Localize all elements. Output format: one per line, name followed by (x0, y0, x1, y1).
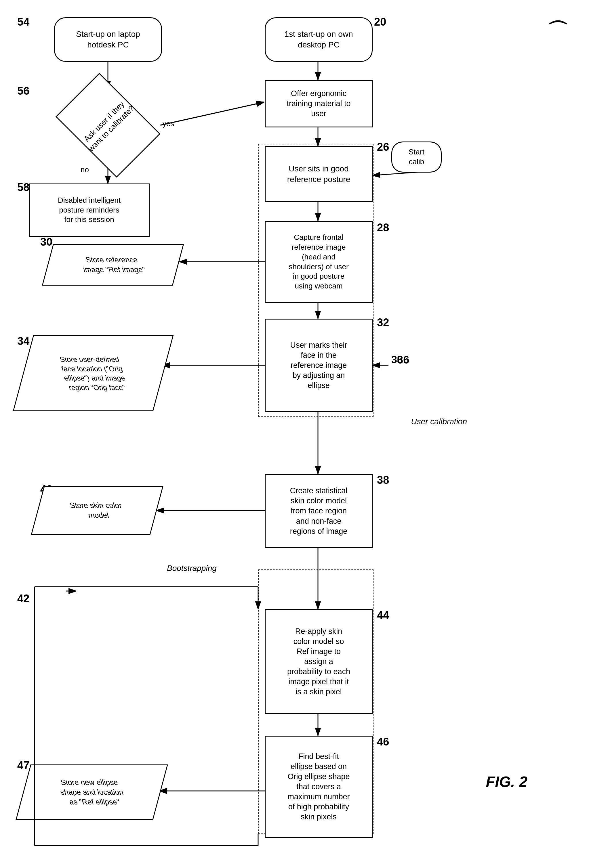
node-54: Start-up on laptop hotdesk PC (54, 17, 162, 62)
node-46: Find best-fit ellipse based on Orig elli… (265, 736, 372, 838)
node-32: User marks their face in the reference i… (265, 319, 372, 412)
label-44: 44 (377, 609, 389, 622)
label-28: 28 (377, 222, 389, 234)
label-42: 42 (17, 592, 29, 605)
label-58: 58 (17, 181, 29, 194)
fig-label: FIG. 2 (486, 773, 527, 790)
label-36-num: 36 (391, 354, 403, 366)
node-47-container: Store new ellipse shape and location as … (23, 764, 161, 820)
user-calibration-label: User calibration (411, 417, 467, 426)
label-20: 20 (374, 16, 386, 28)
node-44: Re-apply skin color model so Ref image t… (265, 609, 372, 714)
bootstrapping-label: Bootstrapping (167, 564, 217, 573)
node-58: Disabled intelligent posture reminders f… (29, 183, 150, 237)
node-38: Create statistical skin color model from… (265, 474, 372, 548)
label-26: 26 (377, 141, 389, 153)
label-46: 46 (377, 736, 389, 748)
node-56-diamond-container: Ask user if they want to calibrate? (56, 88, 160, 162)
node-26: Start calib (391, 141, 442, 172)
label-38: 38 (377, 474, 389, 486)
node-40-container: Store skin color model (37, 486, 157, 535)
yes-label: yes (163, 119, 174, 128)
squiggle-mark: ⌒ (548, 17, 568, 44)
label-54: 54 (17, 16, 29, 28)
label-32: 32 (377, 316, 389, 329)
node-22: Offer ergonomic training material to use… (265, 80, 372, 127)
label-56: 56 (17, 85, 29, 97)
svg-line-25 (160, 102, 264, 125)
no-label: no (81, 165, 89, 174)
node-30-container: Store reference image "Ref image" (48, 244, 178, 285)
diagram: 54 20 56 26 28 30 58 32 34 36 38 40 42 4… (0, 0, 608, 868)
node-20: 1st start-up on own desktop PC (265, 17, 372, 62)
svg-line-13 (161, 102, 264, 125)
label-42-arrow (23, 584, 81, 598)
node-34-container: Store user-defined face location ("Orig … (23, 335, 163, 411)
